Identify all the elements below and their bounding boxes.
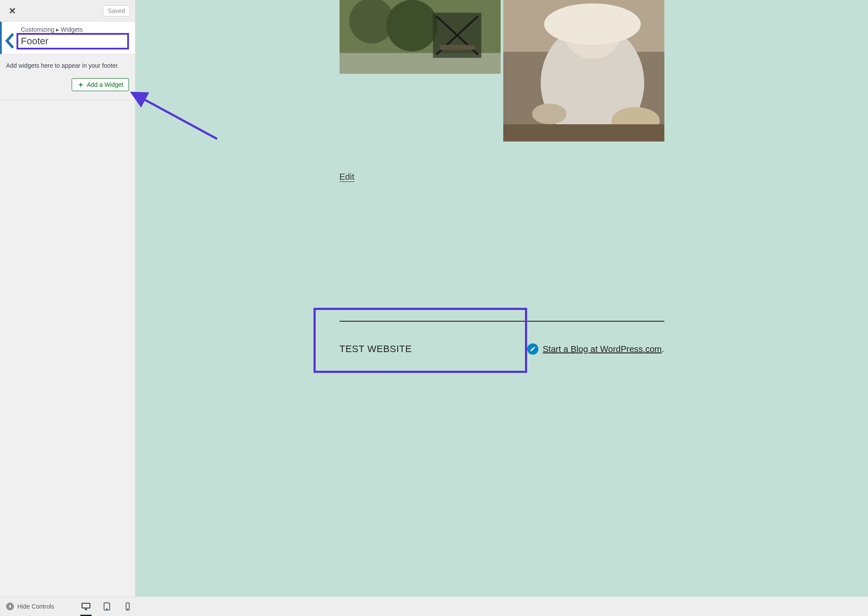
preview-pane: Edit TEST WEBSITE Start a Blog at WordPr… — [135, 0, 868, 596]
annotation-title-highlight: Footer — [17, 33, 129, 49]
customizer-sidebar: ✕ Saved Customizing ▸ Widgets Footer Add… — [0, 0, 135, 596]
hide-controls-button[interactable]: Hide Controls — [6, 603, 54, 610]
footer-divider — [340, 321, 664, 322]
sidebar-body: Add widgets here to appear in your foote… — [0, 54, 135, 596]
preview-scroll[interactable]: Edit TEST WEBSITE Start a Blog at WordPr… — [135, 0, 868, 596]
svg-point-14 — [544, 3, 641, 45]
add-widget-button[interactable]: ＋ Add a Widget — [72, 78, 129, 91]
svg-rect-19 — [82, 603, 90, 608]
site-footer: TEST WEBSITE Start a Blog at WordPress.c… — [340, 321, 664, 389]
device-preview-buttons — [80, 597, 133, 616]
saved-button[interactable]: Saved — [103, 5, 130, 16]
plus-icon: ＋ — [77, 81, 84, 88]
collapse-icon — [6, 603, 14, 610]
section-title: Footer — [21, 36, 49, 47]
wp-credit-suffix: . — [662, 344, 664, 354]
svg-point-16 — [532, 104, 567, 125]
breadcrumb: Customizing ▸ Widgets — [21, 26, 129, 33]
svg-rect-9 — [439, 45, 475, 50]
mobile-preview-button[interactable] — [122, 597, 133, 616]
help-text: Add widgets here to appear in your foote… — [6, 61, 129, 70]
svg-rect-17 — [503, 124, 664, 142]
tablet-preview-button[interactable] — [101, 597, 112, 616]
bottom-bar: Hide Controls — [0, 596, 868, 616]
divider — [0, 100, 135, 100]
painting-left — [340, 0, 501, 74]
site-name: TEST WEBSITE — [340, 343, 412, 355]
pencil-icon[interactable] — [527, 343, 538, 355]
wp-credit-link[interactable]: Start a Blog at WordPress.com — [543, 344, 662, 354]
svg-point-25 — [127, 609, 128, 609]
painting-right — [503, 0, 664, 142]
section-header: Customizing ▸ Widgets Footer — [0, 22, 135, 54]
add-widget-label: Add a Widget — [87, 81, 123, 88]
hide-controls-label: Hide Controls — [17, 603, 54, 610]
edit-link[interactable]: Edit — [340, 172, 354, 182]
desktop-preview-button[interactable] — [80, 597, 92, 616]
sidebar-topbar: ✕ Saved — [0, 0, 135, 22]
edit-link-row: Edit — [340, 172, 664, 182]
svg-marker-18 — [9, 605, 11, 608]
gallery-row — [340, 0, 664, 142]
back-chevron-icon[interactable] — [4, 26, 15, 49]
svg-point-23 — [106, 609, 107, 609]
svg-point-5 — [386, 0, 438, 51]
wp-credit: Start a Blog at WordPress.com. — [527, 343, 664, 355]
annotation-footer-highlight — [314, 308, 527, 373]
close-icon[interactable]: ✕ — [5, 4, 20, 18]
